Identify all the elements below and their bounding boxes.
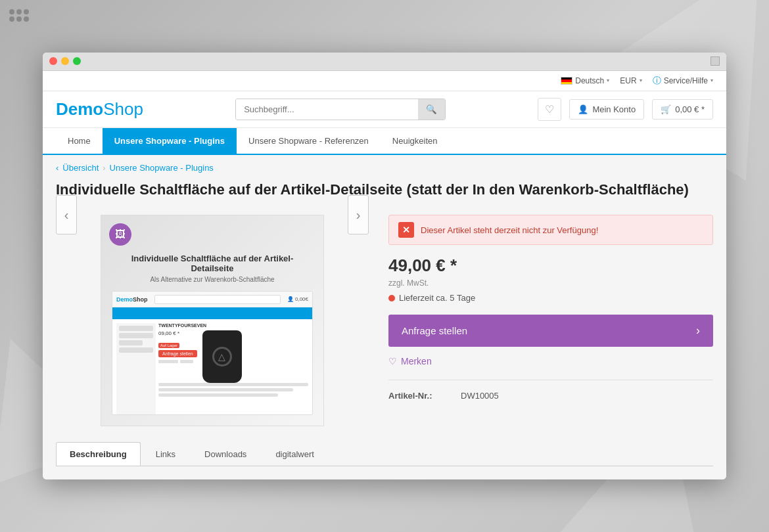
cart-button[interactable]: 🛒 0,00 € * bbox=[652, 99, 713, 120]
content-area: ‹ Übersicht › Unsere Shopware - Plugins … bbox=[43, 155, 726, 480]
mini-shop-header: DemoShop 👤 0,00€ bbox=[112, 292, 312, 307]
logo-light: Shop bbox=[103, 99, 143, 119]
search-icon: 🔍 bbox=[426, 104, 437, 114]
anfrage-label: Anfrage stellen bbox=[402, 325, 467, 336]
site-header: DemoShop 🔍 ♡ 👤 Mein Konto 🛒 0,00 € * bbox=[43, 91, 726, 128]
user-icon: 👤 bbox=[578, 104, 588, 114]
help-link[interactable]: ⓘ Service/Hilfe ▾ bbox=[653, 75, 713, 87]
nav-item-neuigkeiten[interactable]: Neuigkeiten bbox=[381, 128, 450, 154]
main-navigation: Home Unsere Shopware - Plugins Unsere Sh… bbox=[43, 128, 726, 155]
logo-bold: Demo bbox=[56, 99, 103, 119]
tab-beschreibung[interactable]: Beschreibung bbox=[56, 442, 141, 466]
delivery-status-dot bbox=[388, 295, 395, 301]
currency-chevron-icon: ▾ bbox=[640, 78, 642, 83]
prev-arrow-button[interactable]: ‹ bbox=[56, 195, 77, 234]
nav-item-home[interactable]: Home bbox=[56, 128, 103, 154]
product-tabs: Beschreibung Links Downloads digitalwert bbox=[56, 442, 713, 466]
product-price: 49,00 € * bbox=[388, 255, 713, 276]
mini-badge: Auf Lager bbox=[158, 343, 179, 348]
language-label: Deutsch bbox=[575, 76, 604, 85]
mini-search bbox=[154, 295, 281, 304]
mini-backpack-logo: △ bbox=[212, 347, 232, 366]
plugin-preview-title: Individuelle Schaltfläche auf der Artike… bbox=[112, 254, 313, 273]
product-info: ✕ Dieser Artikel steht derzeit nicht zur… bbox=[388, 215, 713, 401]
help-chevron-icon: ▾ bbox=[711, 78, 713, 83]
mini-nav bbox=[112, 307, 312, 319]
availability-text: Dieser Artikel steht derzeit nicht zur V… bbox=[421, 225, 598, 235]
product-image-container: 🖼 Individuelle Schaltfläche auf der Arti… bbox=[101, 215, 324, 426]
page-title: Individuelle Schaltfläche auf der Artike… bbox=[56, 181, 713, 200]
close-button[interactable] bbox=[49, 57, 57, 65]
plugin-icon: 🖼 bbox=[109, 223, 131, 246]
availability-alert: ✕ Dieser Artikel steht derzeit nicht zur… bbox=[388, 215, 713, 245]
search-bar[interactable]: 🔍 bbox=[235, 99, 446, 120]
merken-heart-icon: ♡ bbox=[388, 356, 397, 366]
mini-product-name: TWENTYFOURSEVEN bbox=[158, 323, 308, 328]
account-label: Mein Konto bbox=[592, 104, 636, 114]
currency-label: EUR bbox=[620, 76, 636, 85]
breadcrumb-back-link[interactable]: Übersicht bbox=[62, 163, 99, 173]
tab-digitalwert[interactable]: digitalwert bbox=[262, 442, 328, 466]
title-bar bbox=[43, 53, 726, 71]
next-arrow-button[interactable]: › bbox=[348, 195, 369, 234]
account-button[interactable]: 👤 Mein Konto bbox=[569, 99, 644, 120]
mini-logo: DemoShop bbox=[116, 296, 148, 303]
mini-desc-lines bbox=[158, 383, 308, 397]
expand-icon[interactable] bbox=[711, 56, 720, 66]
heart-icon: ♡ bbox=[545, 104, 554, 115]
search-input[interactable] bbox=[236, 99, 418, 120]
browser-window: Deutsch ▾ EUR ▾ ⓘ Service/Hilfe ▾ DemoSh… bbox=[43, 53, 726, 480]
mini-main-content: TWENTYFOURSEVEN 09,00 € * Auf Lager Anfr… bbox=[158, 323, 308, 415]
site-logo[interactable]: DemoShop bbox=[56, 99, 143, 120]
nav-item-referenzen[interactable]: Unsere Shopware - Referenzen bbox=[237, 128, 381, 154]
delivery-label: Lieferzeit ca. 5 Tage bbox=[399, 293, 475, 303]
plugin-preview-subtitle: Als Alternative zur Warenkorb-Schaltfläc… bbox=[150, 276, 274, 283]
breadcrumb-separator: › bbox=[103, 163, 105, 173]
cart-label: 0,00 € * bbox=[675, 104, 705, 114]
currency-selector[interactable]: EUR ▾ bbox=[620, 76, 641, 85]
window-controls bbox=[49, 57, 81, 65]
german-flag-icon bbox=[561, 77, 572, 85]
wishlist-button[interactable]: ♡ bbox=[538, 98, 561, 121]
utility-bar: Deutsch ▾ EUR ▾ ⓘ Service/Hilfe ▾ bbox=[43, 71, 726, 91]
language-selector[interactable]: Deutsch ▾ bbox=[561, 76, 609, 85]
language-chevron-icon: ▾ bbox=[607, 78, 609, 83]
product-image: 🖼 Individuelle Schaltfläche auf der Arti… bbox=[101, 215, 323, 426]
product-detail: ‹ 🖼 Individuelle Schaltfläche auf der Ar… bbox=[56, 215, 713, 426]
cart-icon: 🛒 bbox=[661, 104, 671, 114]
artikel-nr-label: Artikel-Nr.: bbox=[388, 391, 448, 401]
search-button[interactable]: 🔍 bbox=[418, 99, 445, 120]
mini-shop-preview: DemoShop 👤 0,00€ bbox=[112, 291, 313, 415]
help-question-icon: ⓘ bbox=[653, 75, 661, 87]
mini-account: 👤 0,00€ bbox=[287, 296, 308, 302]
alert-x-icon: ✕ bbox=[398, 222, 414, 238]
mini-price: 09,00 € * bbox=[158, 330, 197, 336]
mini-content: TWENTYFOURSEVEN 09,00 € * Auf Lager Anfr… bbox=[112, 319, 312, 415]
breadcrumb-back-arrow: ‹ bbox=[56, 163, 58, 173]
merken-button[interactable]: ♡ Merken bbox=[388, 356, 432, 366]
tab-downloads[interactable]: Downloads bbox=[191, 442, 260, 466]
mini-add-to-cart-btn: Anfrage stellen bbox=[158, 350, 197, 357]
nav-item-plugins[interactable]: Unsere Shopware - Plugins bbox=[103, 128, 237, 154]
mini-sidebar bbox=[116, 323, 156, 415]
tab-links[interactable]: Links bbox=[142, 442, 189, 466]
price-note: zzgl. MwSt. bbox=[388, 278, 713, 288]
minimize-button[interactable] bbox=[61, 57, 69, 65]
anfrage-button[interactable]: Anfrage stellen › bbox=[388, 315, 713, 347]
maximize-button[interactable] bbox=[73, 57, 81, 65]
breadcrumb-current: Unsere Shopware - Plugins bbox=[110, 163, 214, 173]
mini-backpack-image: △ bbox=[202, 330, 242, 383]
delivery-info: Lieferzeit ca. 5 Tage bbox=[388, 293, 713, 303]
header-actions: ♡ 👤 Mein Konto 🛒 0,00 € * bbox=[538, 98, 713, 121]
anfrage-arrow-icon: › bbox=[696, 324, 700, 338]
help-label: Service/Hilfe bbox=[664, 76, 708, 85]
artikel-nr-row: Artikel-Nr.: DW10005 bbox=[388, 380, 713, 401]
breadcrumb: ‹ Übersicht › Unsere Shopware - Plugins bbox=[56, 155, 713, 181]
merken-label: Merken bbox=[401, 356, 432, 366]
monitor-icon: 🖼 bbox=[115, 229, 126, 240]
artikel-nr-value: DW10005 bbox=[461, 391, 499, 401]
app-icon bbox=[9, 9, 29, 22]
